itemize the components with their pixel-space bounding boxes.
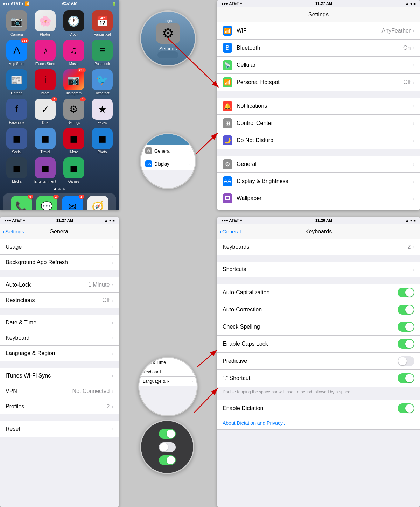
iphone-home: ●●● AT&T▾📶 9:57 AM ↑🔋 📷 Camera 🌸 Photos … — [0, 0, 119, 210]
toggle-switch[interactable] — [398, 339, 414, 349]
toggle-switch[interactable] — [398, 288, 414, 297]
general-row-label: Date & Time — [6, 319, 112, 326]
general-row-label: Profiles — [6, 403, 106, 410]
dock-icon-phone[interactable]: 📞 5 Phone — [11, 196, 32, 210]
kbd-row-auto-capitalization[interactable]: Auto-Capitalization — [217, 284, 420, 301]
toggle-switch[interactable] — [398, 305, 414, 315]
general-row-keyboard[interactable]: Keyboard › — [0, 330, 119, 346]
dock-icon-img: 💬 2 — [36, 196, 57, 210]
dock-icon-messages[interactable]: 💬 2 Messages — [36, 196, 57, 210]
app-icon-music[interactable]: ♫ Music — [61, 40, 86, 66]
chevron-icon: › — [112, 373, 113, 379]
app-icon-imore2[interactable]: ◼ iMore — [61, 128, 86, 154]
app-icon-img: ◼ — [6, 128, 27, 149]
app-icon-label: Faves — [98, 121, 107, 125]
app-icon-travel[interactable]: ◼ Travel — [33, 128, 58, 154]
settings-row-sounds[interactable]: 🔊 Sounds › — [217, 207, 420, 210]
settings-row-general[interactable]: ⚙ General › — [217, 156, 420, 173]
toggle-switch[interactable] — [398, 356, 414, 366]
kbd-row-keyboards[interactable]: Keyboards2› — [217, 239, 420, 255]
app-icon-facebook[interactable]: f Facebook — [4, 99, 29, 125]
app-icon-faves[interactable]: ★ Faves — [90, 99, 115, 125]
toggle-switch[interactable] — [398, 373, 414, 383]
app-badge: 1 — [80, 97, 86, 101]
settings-row-cellular[interactable]: 📡 Cellular › — [217, 57, 420, 74]
zoom-kbd-item-3: Language & R › — [139, 377, 197, 386]
kbd-row-shortcuts[interactable]: Shortcuts› — [217, 262, 420, 277]
app-icon-img: 🌸 — [35, 10, 56, 31]
settings-row-wallpaper[interactable]: 🖼 Wallpaper › — [217, 190, 420, 207]
app-icon-due[interactable]: ✓ 5 Due — [33, 99, 58, 125]
kbd-section-2: Shortcuts› — [217, 262, 420, 277]
general-row-restrictions[interactable]: Restrictions Off › — [0, 293, 119, 308]
app-icon-clock[interactable]: 🕐 Clock — [61, 10, 86, 36]
settings-row-control-center[interactable]: ⊞ Control Center › — [217, 115, 420, 132]
status-time: 9:57 AM — [62, 1, 78, 6]
general-section-gap — [0, 414, 119, 421]
about-dictation-link[interactable]: About Dictation and Privacy... — [217, 417, 420, 430]
kbd-row-predictive[interactable]: Predictive — [217, 353, 420, 370]
app-icon-settings[interactable]: ⚙ 1 Settings — [61, 99, 86, 125]
dock-icon-safari[interactable]: 🧭 Safari — [88, 196, 108, 210]
general-row-profiles[interactable]: Profiles 2 › — [0, 399, 119, 414]
general-row-usage[interactable]: Usage › — [0, 239, 119, 255]
zoom-settings-inner: Instagram ⚙ Settings — [141, 12, 195, 65]
chevron-icon: › — [112, 244, 113, 250]
general-row-reset[interactable]: Reset › — [0, 421, 119, 437]
chevron-icon: › — [112, 335, 113, 341]
settings-row-do-not-disturb[interactable]: 🌙 Do Not Disturb › — [217, 132, 420, 149]
settings-row-notifications[interactable]: 🔔 Notifications › — [217, 98, 420, 115]
app-icon-img: 📅 — [92, 10, 113, 31]
page-dots — [0, 187, 119, 192]
general-row-vpn[interactable]: VPN Not Connected › — [0, 383, 119, 399]
app-icon-social[interactable]: ◼ Social — [4, 128, 29, 154]
chevron-icon: › — [413, 79, 414, 85]
keyboards-back-btn[interactable]: ‹ General — [220, 228, 241, 234]
settings-row-wifi[interactable]: 📶 WiFi AnyFeather › — [217, 22, 420, 40]
kbd-row-check-spelling[interactable]: Check Spelling — [217, 318, 420, 336]
keyboards-title: Keyboards — [305, 228, 332, 235]
chevron-icon: › — [112, 351, 113, 356]
app-icon-passbook[interactable]: ≡ Passbook — [90, 40, 115, 66]
kbd-row-auto-correction[interactable]: Auto-Correction — [217, 301, 420, 318]
settings-row-bluetooth[interactable]: B Bluetooth On › — [217, 40, 420, 57]
app-icon-instagram[interactable]: 📷 210 Instagram — [61, 69, 86, 95]
settings-row-personal-hotspot[interactable]: 📶 Personal Hotspot Off › — [217, 74, 420, 91]
kbd-row-enable-caps-lock[interactable]: Enable Caps Lock — [217, 336, 420, 353]
page-dot-3 — [63, 188, 65, 190]
toggle-switch-dictation[interactable] — [398, 403, 414, 413]
general-row-auto-lock[interactable]: Auto-Lock 1 Minute › — [0, 277, 119, 293]
zoom-settings-label: Settings — [159, 46, 177, 51]
settings-status-bar: ●●● AT&T ▾ 11:27 AM ▲ ● ■ — [217, 0, 420, 7]
svg-line-7 — [194, 388, 218, 413]
app-icon-camera[interactable]: 📷 Camera — [4, 10, 29, 36]
general-row-background-app-refresh[interactable]: Background App Refresh › — [0, 255, 119, 270]
general-row-label: Language & Region — [6, 350, 112, 357]
general-row-itunes-wi-fi-sync[interactable]: iTunes Wi-Fi Sync › — [0, 368, 119, 383]
dictation-note: Double tapping the space bar will insert… — [217, 387, 420, 397]
dock-icon-mail[interactable]: ✉ 1 Mail — [62, 196, 83, 210]
app-icon-unread[interactable]: 📰 Unread — [4, 69, 29, 95]
kbd-row-“-”-shortcut[interactable]: “.” Shortcut — [217, 370, 420, 387]
toggle-switch[interactable] — [398, 322, 414, 332]
app-icon-games[interactable]: ◼ Games — [61, 157, 86, 183]
app-icon-media[interactable]: ◼ Media — [4, 157, 29, 183]
general-row-date-&-time[interactable]: Date & Time › — [0, 315, 119, 330]
app-icon-photo[interactable]: ◼ Photo — [90, 128, 115, 154]
settings-row-display-&-brightness[interactable]: AA Display & Brightness › — [217, 173, 420, 190]
app-icon-fantastical[interactable]: 📅 Fantastical — [90, 10, 115, 36]
kbd-toggle-label: Predictive — [223, 358, 398, 364]
settings-icon-wallpaper: 🖼 — [223, 193, 232, 203]
app-icon-app-store[interactable]: A 351 App Store — [4, 40, 29, 66]
app-icon-imore[interactable]: i iMore — [33, 69, 58, 95]
settings-label: Display & Brightness — [237, 178, 413, 184]
general-back-btn[interactable]: ‹ Settings — [3, 228, 24, 234]
app-icon-entertainment[interactable]: ◼ Entertainment — [33, 157, 58, 183]
general-row-language-&-region[interactable]: Language & Region › — [0, 346, 119, 361]
app-icon-tweetbot[interactable]: 🐦 Tweetbot — [90, 69, 115, 95]
kbd-section-1: Keyboards2› — [217, 239, 420, 255]
app-icon-label: Fantastical — [94, 33, 111, 36]
kbd-row-enable-dictation[interactable]: Enable Dictation — [217, 400, 420, 417]
app-icon-photos[interactable]: 🌸 Photos — [33, 10, 58, 36]
app-icon-itunes-store[interactable]: ♪ iTunes Store — [33, 40, 58, 66]
